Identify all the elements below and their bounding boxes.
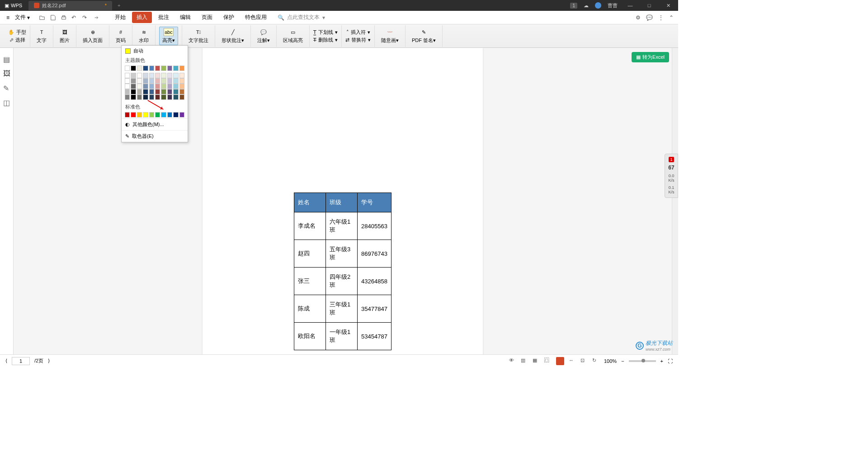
auto-color-option[interactable]: 自动 [122, 46, 188, 56]
view-mode2-icon[interactable]: ▦ [533, 357, 540, 365]
maximize-button[interactable]: □ [643, 3, 656, 8]
color-swatch[interactable] [155, 89, 160, 94]
color-swatch[interactable] [149, 94, 154, 100]
color-swatch[interactable] [125, 89, 130, 94]
area-highlight-button[interactable]: ▭区域高亮 [280, 27, 306, 45]
color-swatch[interactable] [167, 73, 172, 78]
color-swatch[interactable] [131, 94, 136, 100]
color-swatch[interactable] [173, 94, 178, 100]
convert-to-excel-button[interactable]: ▦ 转为Excel [632, 52, 669, 62]
color-swatch[interactable] [143, 112, 148, 118]
view-mode1-icon[interactable]: ▥ [521, 357, 528, 365]
image-button[interactable]: 🖼图片 [57, 27, 72, 45]
search-area[interactable]: 🔍 点此查找文本 ▾ [278, 14, 325, 21]
shape-annotation-button[interactable]: ╱形状批注▾ [219, 27, 247, 45]
color-swatch[interactable] [131, 78, 136, 84]
color-swatch[interactable] [179, 112, 184, 118]
bookmarks-icon[interactable]: 🖼 [3, 70, 10, 77]
document-canvas[interactable]: 姓名 班级 学号 李成名六年级1班28405563赵四五年级3班86976743… [14, 48, 672, 354]
color-swatch[interactable] [137, 112, 142, 118]
fit-width-icon[interactable]: ↔ [569, 357, 576, 365]
zoom-out-button[interactable]: − [621, 358, 624, 364]
print-icon[interactable] [61, 14, 67, 21]
color-swatch[interactable] [137, 89, 142, 94]
color-swatch[interactable] [167, 94, 172, 100]
annotation-button[interactable]: 💬注解▾ [255, 27, 273, 45]
color-swatch[interactable] [167, 66, 172, 71]
page-number-button[interactable]: #页码 [113, 27, 128, 45]
collapse-ribbon-icon[interactable]: ⌃ [669, 14, 674, 21]
user-name[interactable]: 曹曹 [608, 2, 618, 9]
color-swatch[interactable] [149, 84, 154, 89]
insert-page-button[interactable]: ⊕插入页面 [80, 27, 105, 45]
color-swatch[interactable] [161, 89, 166, 94]
layers-icon[interactable]: ◫ [3, 99, 10, 106]
color-swatch[interactable] [137, 84, 142, 89]
color-swatch[interactable] [131, 89, 136, 94]
color-swatch[interactable] [125, 66, 130, 71]
next-page-button[interactable]: ⟩ [48, 358, 50, 364]
color-swatch[interactable] [155, 73, 160, 78]
vertical-scrollbar[interactable] [672, 48, 678, 354]
view-mode3-icon[interactable]: ⿴ [544, 357, 552, 365]
color-swatch[interactable] [149, 112, 154, 118]
settings-icon[interactable]: ⚙ [636, 14, 641, 21]
tab-protect[interactable]: 保护 [219, 12, 239, 23]
close-button[interactable]: ✕ [662, 3, 675, 9]
color-swatch[interactable] [131, 66, 136, 71]
color-swatch[interactable] [179, 84, 184, 89]
color-swatch[interactable] [143, 78, 148, 84]
color-swatch[interactable] [125, 84, 130, 89]
document-tab[interactable]: 姓名22.pdf * [28, 1, 112, 10]
watermark-button[interactable]: ≋水印 [136, 27, 151, 45]
color-swatch[interactable] [173, 84, 178, 89]
color-swatch[interactable] [167, 112, 172, 118]
color-swatch[interactable] [179, 89, 184, 94]
color-swatch[interactable] [149, 89, 154, 94]
feedback-icon[interactable]: 💬 [646, 14, 653, 21]
color-swatch[interactable] [173, 112, 178, 118]
cloud-icon[interactable]: ☁ [584, 3, 589, 9]
color-swatch[interactable] [161, 84, 166, 89]
color-swatch[interactable] [131, 84, 136, 89]
thumbnails-icon[interactable]: ▤ [3, 55, 10, 62]
tab-page[interactable]: 页面 [197, 12, 217, 23]
text-button[interactable]: T文字 [34, 27, 49, 45]
color-swatch[interactable] [167, 84, 172, 89]
attachments-icon[interactable]: ✎ [3, 84, 10, 91]
new-tab-button[interactable]: + [112, 3, 126, 8]
undo-icon[interactable]: ↶ [71, 14, 78, 21]
tab-features[interactable]: 特色应用 [241, 12, 271, 23]
eyedropper-option[interactable]: ✎ 取色器(E) [122, 130, 188, 142]
freehand-button[interactable]: 〰随意画▾ [378, 27, 401, 45]
color-swatch[interactable] [131, 112, 136, 118]
color-swatch[interactable] [173, 73, 178, 78]
user-avatar[interactable] [595, 2, 601, 9]
notification-badge[interactable]: 1 [570, 3, 577, 9]
file-menu[interactable]: 文件 ▾ [12, 14, 33, 21]
color-swatch[interactable] [179, 66, 184, 71]
fit-page-icon[interactable]: ⊡ [580, 357, 588, 365]
color-swatch[interactable] [173, 89, 178, 94]
color-swatch[interactable] [161, 66, 166, 71]
text-annotation-button[interactable]: T⃞文字批注 [186, 27, 211, 45]
open-icon[interactable] [39, 14, 45, 21]
color-swatch[interactable] [137, 66, 142, 71]
more-colors-option[interactable]: ◐ 其他颜色(M)... [122, 118, 188, 130]
more-icon[interactable]: ⋮ [658, 14, 664, 21]
color-swatch[interactable] [173, 66, 178, 71]
eye-icon[interactable]: 👁 [509, 357, 516, 365]
color-swatch[interactable] [131, 73, 136, 78]
zoom-slider[interactable] [629, 360, 656, 362]
color-swatch[interactable] [155, 94, 160, 100]
color-swatch[interactable] [125, 78, 130, 84]
hand-tool-button[interactable]: ✋手型 [8, 29, 26, 36]
color-swatch[interactable] [137, 94, 142, 100]
pdf-sign-button[interactable]: ✎PDF 签名▾ [409, 27, 439, 45]
insert-symbol-button[interactable]: ˄插入符▾ [346, 29, 370, 36]
color-swatch[interactable] [161, 78, 166, 84]
save-icon[interactable] [50, 14, 56, 21]
highlight-button[interactable]: abc高亮▾ [159, 27, 178, 45]
color-swatch[interactable] [149, 66, 154, 71]
color-swatch[interactable] [155, 66, 160, 71]
